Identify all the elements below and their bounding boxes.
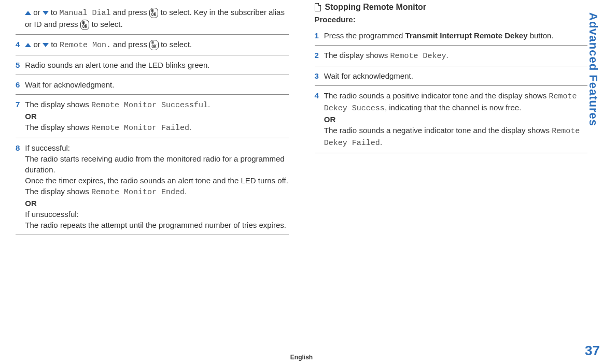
text: and press: [111, 8, 149, 17]
step-5: 5 Radio sounds an alert tone and the LED…: [16, 55, 289, 75]
left-column: or to Manual Dial and press to select. K…: [16, 3, 289, 235]
step-number: 4: [16, 39, 20, 51]
remote-dekey-label: Remote Dekey: [390, 52, 446, 61]
text: to: [49, 40, 60, 49]
text: button.: [527, 31, 553, 40]
step-2: 2 The display shows Remote Dekey.: [315, 45, 588, 66]
text: or: [31, 40, 43, 49]
manual-dial-label: Manual Dial: [60, 9, 111, 18]
ok-button-icon: [149, 40, 159, 50]
text: The radio sounds a negative indicator to…: [324, 126, 552, 135]
text: The radio repeats the attempt until the …: [25, 221, 286, 229]
text: , indicating that the channel is now fre…: [385, 103, 522, 112]
text: The display shows: [324, 51, 390, 60]
step-body: Press the programmed Transmit Interrupt …: [324, 30, 587, 41]
step-body: Radio sounds an alert tone and the LED b…: [25, 60, 288, 70]
remote-monitor-success-label: Remote Monitor Successful: [91, 101, 208, 110]
step-6: 6 Wait for acknowledgment.: [16, 75, 289, 94]
step-body: The display shows Remote Monitor Success…: [25, 99, 288, 134]
text: If unsuccessful:: [25, 210, 78, 219]
text: .: [185, 187, 187, 196]
step-body: or to Remote Mon. and press to select.: [25, 39, 288, 51]
text: Press the programmed: [324, 31, 405, 40]
step-4-right: 4 The radio sounds a positive indicator …: [315, 85, 588, 153]
text: .: [189, 123, 191, 132]
text: The display shows: [25, 100, 91, 109]
step-number: 1: [315, 30, 319, 41]
page-content: or to Manual Dial and press to select. K…: [0, 0, 603, 240]
remote-monitor-ended-label: Remote Monitor Ended: [91, 188, 185, 197]
down-arrow-icon: [43, 11, 49, 15]
or-label: OR: [25, 199, 37, 208]
up-arrow-icon: [25, 11, 31, 15]
or-label: OR: [25, 112, 37, 121]
step-number: 2: [315, 50, 319, 62]
section-heading: Stopping Remote Monitor: [315, 3, 588, 12]
text: and press: [111, 40, 149, 49]
step-8: 8 If successful: The radio starts receiv…: [16, 138, 289, 235]
text: to select.: [159, 40, 192, 49]
step-3: 3 Wait for acknowledgment.: [315, 66, 588, 85]
text: The radio sounds a positive indicator to…: [324, 91, 549, 100]
step-continuation: or to Manual Dial and press to select. K…: [16, 3, 289, 34]
step-body: or to Manual Dial and press to select. K…: [16, 7, 289, 30]
step-number: 8: [16, 142, 20, 230]
remote-mon-label: Remote Mon.: [60, 41, 111, 50]
step-body: The radio sounds a positive indicator to…: [324, 90, 587, 149]
step-number: 3: [315, 70, 319, 81]
text: to select.: [89, 20, 122, 28]
step-number: 5: [16, 60, 20, 70]
up-arrow-icon: [25, 43, 31, 47]
text: If successful:: [25, 143, 70, 152]
text: or: [31, 8, 43, 17]
right-column: Stopping Remote Monitor Procedure: 1 Pre…: [315, 3, 588, 235]
remote-monitor-failed-label: Remote Monitor Failed: [91, 124, 189, 133]
procedure-label: Procedure:: [315, 15, 588, 24]
page-number: 37: [585, 343, 600, 359]
step-body: Wait for acknowledgment.: [324, 70, 587, 81]
text: to: [49, 8, 60, 17]
step-1: 1 Press the programmed Transmit Interrup…: [315, 26, 588, 45]
text: .: [208, 100, 210, 109]
ok-button-icon: [80, 20, 90, 30]
step-body: Wait for acknowledgment.: [25, 79, 288, 90]
step-4: 4 or to Remote Mon. and press to select.: [16, 34, 289, 55]
text: The display shows: [25, 123, 91, 132]
heading-text: Stopping Remote Monitor: [325, 3, 427, 12]
transmit-interrupt-label: Transmit Interrupt Remote Dekey: [405, 31, 528, 40]
text: The radio starts receiving audio from th…: [25, 154, 284, 174]
document-icon: [315, 3, 321, 11]
step-number: 7: [16, 99, 20, 134]
text: .: [446, 51, 448, 60]
step-body: If successful: The radio starts receivin…: [25, 142, 288, 230]
step-7: 7 The display shows Remote Monitor Succe…: [16, 94, 289, 138]
text: .: [380, 138, 382, 147]
or-label: OR: [324, 115, 336, 124]
step-body: The display shows Remote Dekey.: [324, 50, 587, 62]
step-number: 4: [315, 90, 319, 149]
step-number: 6: [16, 79, 20, 90]
vertical-section-title: Advanced Features: [586, 12, 600, 126]
down-arrow-icon: [43, 43, 49, 47]
language-label: English: [290, 354, 313, 361]
ok-button-icon: [149, 8, 159, 18]
